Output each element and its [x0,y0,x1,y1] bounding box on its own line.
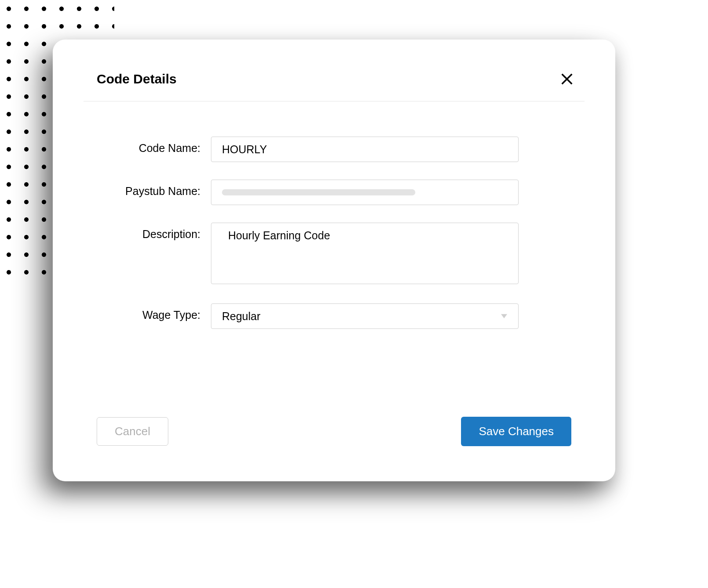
modal-footer: Cancel Save Changes [84,355,585,446]
code-details-modal: Code Details Code Name: Paystub Name: D [53,40,615,481]
svg-marker-2 [501,314,507,318]
close-icon [559,72,574,87]
description-label: Description: [97,223,211,241]
save-changes-button[interactable]: Save Changes [461,417,571,446]
description-row: Description: [97,223,571,286]
cancel-button[interactable]: Cancel [97,417,168,446]
placeholder-skeleton [222,189,415,195]
paystub-name-label: Paystub Name: [97,180,211,198]
code-name-row: Code Name: [97,137,571,162]
paystub-name-input[interactable] [211,180,519,205]
form-body: Code Name: Paystub Name: Description: Wa… [84,101,585,355]
wage-type-select[interactable]: Regular [211,303,519,329]
description-textarea[interactable] [211,223,519,284]
wage-type-label: Wage Type: [97,303,211,321]
code-name-input[interactable] [211,137,519,162]
code-name-label: Code Name: [97,137,211,155]
chevron-down-icon [501,313,508,320]
close-button[interactable] [558,70,576,88]
modal-title: Code Details [97,72,177,87]
wage-type-row: Wage Type: Regular [97,303,571,329]
paystub-name-row: Paystub Name: [97,180,571,205]
modal-header: Code Details [84,66,585,101]
wage-type-selected-value: Regular [222,310,261,323]
